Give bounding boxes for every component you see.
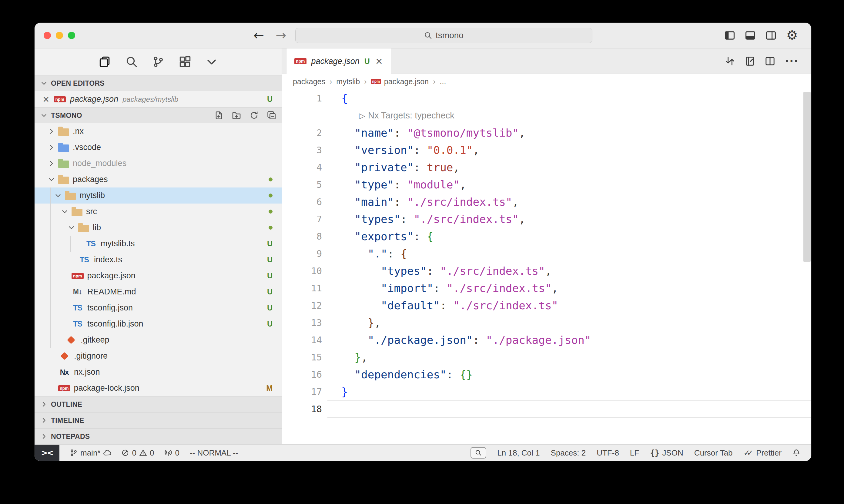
eol-status[interactable]: LF [630,448,639,458]
tree-item-lib[interactable]: lib [35,220,282,236]
scrollbar-thumb[interactable] [803,92,811,262]
code-line-15[interactable]: 15 }, [282,348,811,366]
tree-item-label: tsconfig.lib.json [87,319,143,329]
tree-item-node-modules[interactable]: node_modules [35,156,282,172]
gear-icon[interactable]: ⚙ [786,29,798,42]
chevron-down-icon[interactable] [67,224,76,231]
language-mode-status[interactable]: {} JSON [650,448,683,458]
code-line-5[interactable]: 5 "type": "module", [282,176,811,193]
code-line-2[interactable]: 2 "name": "@tsmono/mytslib", [282,124,811,141]
search-icon[interactable] [125,56,138,68]
forward-button[interactable]: → [276,29,286,42]
formatter-status[interactable]: ✓✓ Prettier [744,448,781,458]
code-line-17[interactable]: 17} [282,383,811,400]
git-status-badge: M [266,384,273,393]
minimize-window-button[interactable] [56,32,63,39]
close-tab-icon[interactable]: × [375,57,383,66]
chevron-down-icon[interactable] [53,192,63,199]
compare-icon[interactable] [725,56,735,66]
cursor-tab-status[interactable]: Cursor Tab [694,448,733,458]
tree-item-nx[interactable]: .nx [35,123,282,139]
chevron-down-icon [41,112,47,119]
code-line-9[interactable]: 9 ".": { [282,245,811,262]
breadcrumb-label: packages [293,77,325,86]
code-line-6[interactable]: 6 "main": "./src/index.ts", [282,193,811,211]
close-window-button[interactable] [44,32,51,39]
tree-item-gitignore[interactable]: .gitignore [35,348,282,364]
vim-mode-status[interactable]: -- NORMAL -- [190,448,238,458]
breadcrumb-item-package-json[interactable]: package.json [371,77,429,86]
extensions-icon[interactable] [179,56,191,68]
zoom-indicator[interactable] [470,447,486,458]
tree-item-nx-json[interactable]: nx.json [35,364,282,380]
codelens-nx-targets[interactable]: ▷Nx Targets: typecheck [282,107,811,124]
ports-status[interactable]: 0 [164,448,179,458]
breadcrumb-item-mytslib[interactable]: mytslib [336,77,360,86]
code-line-1[interactable]: 1{ [282,90,811,107]
line-number: 5 [282,179,327,190]
chevron-down-icon[interactable] [47,176,56,183]
chevron-down-icon[interactable] [60,208,69,215]
tree-item-index-ts[interactable]: index.tsU [35,252,282,268]
maximize-window-button[interactable] [68,32,75,39]
code-line-10[interactable]: 10 "types": "./src/index.ts", [282,262,811,280]
sidebar-section-notepads[interactable]: NOTEPADS [35,428,282,444]
tree-item-tsconfig-json[interactable]: tsconfig.jsonU [35,300,282,316]
toggle-panel-icon[interactable] [745,30,756,41]
collapse-all-icon[interactable] [267,111,276,120]
back-button[interactable]: ← [254,29,264,42]
tree-item-mytslib[interactable]: mytslib [35,187,282,203]
code-line-16[interactable]: 16 "dependencies": {} [282,366,811,383]
split-icon[interactable] [765,56,775,66]
toggle-secondary-sidebar-icon[interactable] [765,30,776,41]
chevron-down-icon[interactable] [206,56,218,68]
code-line-18[interactable]: 18 [282,400,811,418]
breadcrumb-item-packages[interactable]: packages [293,77,325,86]
explorer-header[interactable]: TSMONO [35,107,282,123]
tree-item-mytslib-ts[interactable]: mytslib.tsU [35,236,282,252]
close-icon[interactable]: × [42,95,49,104]
new-file-icon[interactable] [214,111,223,120]
code-line-11[interactable]: 11 "import": "./src/index.ts", [282,280,811,297]
encoding-status[interactable]: UTF-8 [597,448,619,458]
refresh-icon[interactable] [249,111,259,120]
files-icon[interactable] [99,56,111,68]
tree-item-tsconfig-lib-json[interactable]: tsconfig.lib.jsonU [35,316,282,332]
indentation-status[interactable]: Spaces: 2 [551,448,586,458]
code-line-8[interactable]: 8 "exports": { [282,228,811,245]
sidebar-section-timeline[interactable]: TIMELINE [35,412,282,428]
code-line-13[interactable]: 13 }, [282,314,811,331]
notebook-icon[interactable] [745,56,755,66]
tab-package-json[interactable]: package.json U × [286,49,391,74]
tree-item-vscode[interactable]: .vscode [35,139,282,156]
chevron-right-icon[interactable] [47,144,56,151]
source-control-icon[interactable] [152,56,164,68]
open-editor-item[interactable]: × package.json packages/mytslib U [35,91,282,107]
tree-item-package-json[interactable]: package.jsonU [35,268,282,284]
remote-indicator[interactable]: >< [35,445,59,461]
code-line-4[interactable]: 4 "private": true, [282,159,811,176]
breadcrumb-item-[interactable]: ... [440,77,446,86]
tree-item-readme-md[interactable]: README.mdU [35,284,282,300]
sidebar-section-outline[interactable]: OUTLINE [35,396,282,412]
tree-item-package-lock-json[interactable]: package-lock.jsonM [35,380,282,396]
code-line-3[interactable]: 3 "version": "0.0.1", [282,141,811,159]
branch-status[interactable]: main* [70,448,111,458]
open-editors-header[interactable]: OPEN EDITORS [35,75,282,91]
problems-status[interactable]: 0 0 [121,448,154,458]
tree-item-gitkeep[interactable]: .gitkeep [35,332,282,348]
new-folder-icon[interactable] [232,111,241,120]
code-line-7[interactable]: 7 "types": "./src/index.ts", [282,211,811,228]
tree-item-packages[interactable]: packages [35,172,282,187]
code-editor[interactable]: 1{▷Nx Targets: typecheck2 "name": "@tsmo… [282,89,811,444]
chevron-right-icon[interactable] [47,160,56,167]
chevron-right-icon[interactable] [47,128,56,135]
more-icon[interactable]: ··· [785,56,798,66]
tree-item-src[interactable]: src [35,203,282,220]
cursor-position-status[interactable]: Ln 18, Col 1 [497,448,540,458]
command-center-search[interactable]: tsmono [295,28,592,43]
notifications-status[interactable] [792,449,800,457]
toggle-sidebar-icon[interactable] [724,30,735,41]
code-line-14[interactable]: 14 "./package.json": "./package.json" [282,331,811,348]
code-line-12[interactable]: 12 "default": "./src/index.ts" [282,297,811,314]
